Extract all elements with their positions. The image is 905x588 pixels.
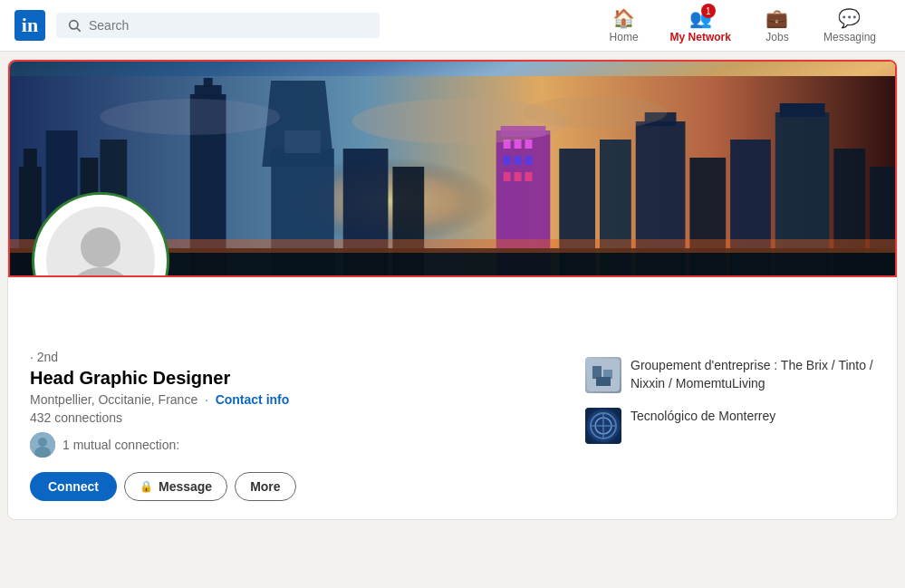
company-item-tec: Tecnológico de Monterrey	[585, 408, 875, 444]
jobs-icon: 💼	[765, 7, 788, 29]
messaging-label: Messaging	[823, 31, 876, 43]
svg-rect-25	[504, 172, 511, 181]
profile-left: · 2nd Head Graphic Designer Montpellier,…	[30, 350, 567, 501]
svg-rect-10	[195, 85, 222, 99]
company-name-tec: Tecnológico de Monterrey	[631, 408, 775, 426]
svg-point-47	[38, 438, 47, 447]
search-input[interactable]	[89, 18, 369, 33]
profile-card: #OPENTOWORK · 2nd Head Graphic Designer …	[7, 59, 898, 520]
svg-rect-22	[504, 156, 511, 165]
svg-rect-21	[525, 140, 533, 149]
action-buttons: Connect 🔒 Message More	[30, 472, 567, 501]
svg-point-41	[524, 96, 668, 129]
location-text: Montpellier, Occitanie, France	[30, 392, 197, 407]
avatar	[34, 195, 167, 277]
company-list: Groupement d'entreprise : The Brix / Tin…	[585, 350, 875, 444]
nav-item-home[interactable]: 🏠 Home	[592, 0, 656, 52]
avatar-placeholder	[46, 207, 155, 277]
svg-rect-52	[596, 377, 611, 386]
navbar-left: in	[14, 10, 380, 41]
mynetwork-icon: 👥 1	[689, 7, 712, 29]
avatar-container: #OPENTOWORK	[32, 192, 169, 277]
profile-location: Montpellier, Occitanie, France · Contact…	[30, 392, 567, 407]
nav-item-jobs[interactable]: 💼 Jobs	[746, 0, 809, 52]
mutual-connections-text: 1 mutual connection:	[63, 438, 179, 452]
company-item-groupement: Groupement d'entreprise : The Brix / Tin…	[585, 357, 875, 393]
main-content: #OPENTOWORK · 2nd Head Graphic Designer …	[0, 59, 905, 520]
svg-line-1	[77, 28, 81, 32]
home-icon: 🏠	[612, 7, 635, 29]
nav-item-mynetwork[interactable]: 👥 1 My Network	[656, 0, 746, 52]
mutual-connections: 1 mutual connection:	[30, 432, 567, 458]
more-button[interactable]: More	[235, 472, 295, 501]
connection-degree: · 2nd	[30, 350, 567, 364]
company-name-groupement: Groupement d'entreprise : The Brix / Tin…	[631, 357, 875, 392]
message-button[interactable]: 🔒 Message	[124, 472, 227, 501]
linkedin-logo-text: in	[22, 14, 38, 37]
svg-rect-50	[592, 366, 602, 379]
profile-info-section: · 2nd Head Graphic Designer Montpellier,…	[8, 277, 897, 519]
mutual-avatar	[30, 432, 55, 458]
svg-point-0	[70, 21, 78, 29]
profile-right: Groupement d'entreprise : The Brix / Tin…	[585, 350, 875, 501]
svg-rect-5	[24, 149, 37, 167]
company-logo-tec	[585, 408, 621, 444]
connect-button[interactable]: Connect	[30, 472, 117, 501]
svg-rect-27	[525, 172, 533, 181]
lock-icon: 🔒	[140, 480, 153, 493]
navbar: in 🏠 Home 👥 1 My Network 💼 Jobs	[0, 0, 905, 52]
svg-rect-11	[204, 78, 213, 87]
avatar-outer: #OPENTOWORK	[32, 192, 169, 277]
search-bar	[56, 13, 380, 38]
nav-item-messaging[interactable]: 💬 Messaging	[809, 0, 891, 52]
home-label: Home	[610, 31, 639, 43]
company-logo-groupement	[585, 357, 621, 393]
svg-rect-35	[780, 103, 825, 117]
contact-info-link[interactable]: Contact info	[216, 392, 290, 407]
mynetwork-label: My Network	[670, 31, 731, 43]
message-label: Message	[159, 479, 212, 494]
svg-point-44	[81, 227, 120, 267]
groupement-logo-svg	[587, 359, 620, 391]
profile-title: Head Graphic Designer	[30, 368, 567, 389]
svg-rect-23	[515, 156, 522, 165]
svg-rect-14	[284, 130, 321, 153]
messaging-icon: 💬	[838, 7, 861, 29]
cover-image: #OPENTOWORK	[8, 60, 897, 277]
mynetwork-badge: 1	[701, 4, 716, 18]
connections-count: 432 connections	[30, 410, 567, 425]
linkedin-logo[interactable]: in	[14, 10, 45, 41]
svg-rect-26	[515, 172, 522, 181]
jobs-label: Jobs	[765, 31, 788, 43]
search-icon	[67, 18, 82, 33]
svg-rect-24	[525, 156, 533, 165]
svg-point-42	[100, 99, 280, 135]
navbar-right: 🏠 Home 👥 1 My Network 💼 Jobs 💬 Messaging	[592, 0, 891, 52]
tec-logo-svg	[587, 410, 620, 442]
